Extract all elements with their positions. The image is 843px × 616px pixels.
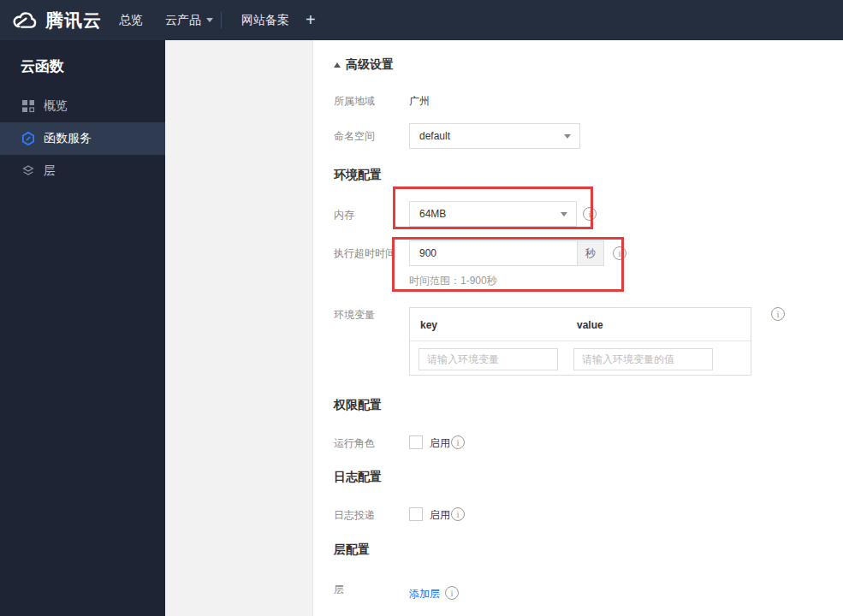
role-enable-checkbox[interactable] xyxy=(409,435,423,449)
secondary-panel xyxy=(165,40,312,616)
nav-icp-label: 网站备案 xyxy=(241,13,289,28)
memory-label: 内存 xyxy=(334,208,354,222)
section-env-config: 环境配置 xyxy=(334,168,382,183)
section-log-config: 日志配置 xyxy=(334,470,382,485)
caret-up-icon xyxy=(334,62,341,68)
sidebar-item-label: 函数服务 xyxy=(44,131,92,146)
add-layer-link[interactable]: 添加层 xyxy=(409,587,440,601)
timeout-unit: 秒 xyxy=(577,240,604,266)
main-content: 高级设置 所属地域 广州 命名空间 default 环境配置 内存 64MB i… xyxy=(312,40,843,616)
plus-icon: + xyxy=(306,10,316,30)
add-tab-button[interactable]: + xyxy=(306,0,316,40)
grid-icon xyxy=(21,98,36,114)
env-vars-label: 环境变量 xyxy=(334,308,375,323)
timeout-info-icon[interactable]: i xyxy=(613,246,626,260)
topbar: 腾讯云 总览 云产品 网站备案 + xyxy=(0,0,843,40)
sidebar: 云函数 概览 函数服务 层 xyxy=(0,40,165,616)
sidebar-title: 云函数 xyxy=(21,56,64,76)
function-icon xyxy=(21,131,36,146)
env-vars-table: key value xyxy=(409,307,751,376)
env-col-value: value xyxy=(577,319,603,331)
log-label: 日志投递 xyxy=(334,508,375,523)
section-layer-config: 层配置 xyxy=(334,542,370,558)
nav-products-label: 云产品 xyxy=(165,13,201,28)
sidebar-item-layers[interactable]: 层 xyxy=(0,155,165,187)
advanced-settings-label: 高级设置 xyxy=(346,57,394,73)
timeout-input[interactable] xyxy=(409,240,577,266)
chevron-down-icon xyxy=(206,18,213,22)
role-enable-label: 启用 xyxy=(430,436,450,451)
nav-icp[interactable]: 网站备案 xyxy=(241,0,289,40)
timeout-label: 执行超时时间 xyxy=(334,246,395,261)
chevron-down-icon xyxy=(564,134,571,139)
log-enable-label: 启用 xyxy=(430,508,450,523)
memory-select-value: 64MB xyxy=(419,208,561,220)
timeout-hint: 时间范围：1-900秒 xyxy=(409,274,497,288)
brand[interactable]: 腾讯云 xyxy=(11,0,102,40)
brand-name: 腾讯云 xyxy=(45,9,102,33)
advanced-settings-toggle[interactable]: 高级设置 xyxy=(334,57,394,73)
env-key-input[interactable] xyxy=(419,348,558,370)
sidebar-item-overview[interactable]: 概览 xyxy=(0,90,165,122)
memory-select[interactable]: 64MB xyxy=(409,201,577,227)
nav-divider xyxy=(221,12,222,28)
sidebar-item-label: 概览 xyxy=(44,98,68,114)
env-col-key: key xyxy=(420,319,437,331)
layer-info-icon[interactable]: i xyxy=(445,586,459,600)
sidebar-item-function-service[interactable]: 函数服务 xyxy=(0,122,165,155)
namespace-select[interactable]: default xyxy=(409,123,580,149)
env-table-header: key value xyxy=(410,308,751,341)
sidebar-item-label: 层 xyxy=(44,163,56,179)
region-label: 所属地域 xyxy=(334,94,375,109)
layers-icon xyxy=(21,163,36,179)
env-vars-info-icon[interactable]: i xyxy=(771,307,785,321)
memory-info-icon[interactable]: i xyxy=(583,207,597,221)
nav-overview[interactable]: 总览 xyxy=(119,0,143,40)
role-info-icon[interactable]: i xyxy=(451,435,465,449)
nav-overview-label: 总览 xyxy=(119,13,143,28)
log-enable-checkbox[interactable] xyxy=(409,507,423,521)
env-value-input[interactable] xyxy=(573,348,713,370)
cloud-logo-icon xyxy=(11,10,39,31)
region-value: 广州 xyxy=(409,94,430,109)
nav-products[interactable]: 云产品 xyxy=(165,0,213,40)
section-perm-config: 权限配置 xyxy=(334,398,382,413)
timeout-input-group: 秒 xyxy=(409,240,604,266)
namespace-label: 命名空间 xyxy=(334,129,375,144)
role-label: 运行角色 xyxy=(334,436,375,451)
namespace-select-value: default xyxy=(419,130,564,142)
chevron-down-icon xyxy=(561,212,567,216)
layer-label: 层 xyxy=(334,583,344,597)
log-info-icon[interactable]: i xyxy=(451,507,465,521)
